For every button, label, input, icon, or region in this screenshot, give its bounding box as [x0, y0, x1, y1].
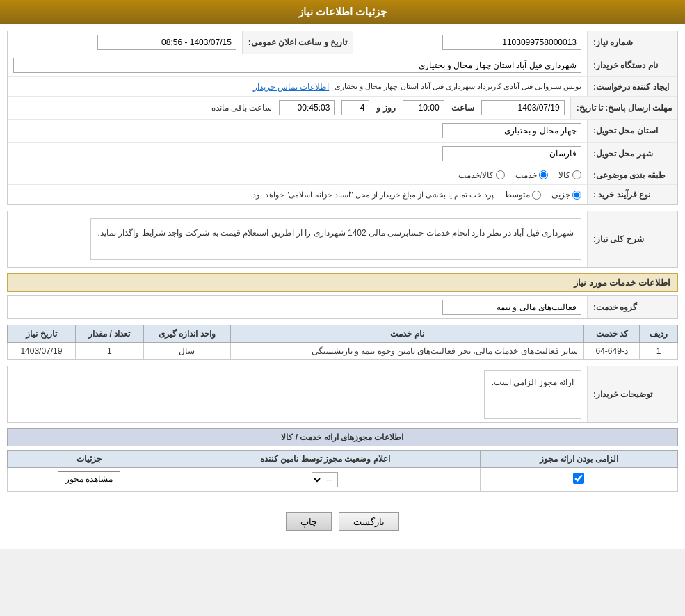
table-row: 1 د-649-64 سایر فعالیت‌های خدمات مالی، ب… — [8, 343, 678, 360]
label-mohlatPasokh: مهلت ارسال پاسخ: تا تاریخ: — [570, 97, 677, 119]
text-ijadKonande: یونس شیروانی فیل آبادی کاربرداد شهرداری … — [335, 82, 581, 91]
checkbox-elzami[interactable] — [573, 473, 584, 484]
label-namDastgah: نام دستگاه خریدار: — [587, 54, 677, 76]
th-joziat: جزئیات — [8, 451, 170, 468]
page-title: جزئیات اطلاعات نیاز — [298, 6, 387, 17]
row-tabaqe: طبقه بندی موضوعی: کالا خدمت — [8, 165, 677, 185]
label-ijadKonande: ایجاد کننده درخواست: — [587, 77, 677, 96]
value-namDastgah — [8, 54, 587, 76]
back-button[interactable]: بازگشت — [339, 512, 399, 531]
th-radif: ردیف — [640, 325, 678, 343]
value-ostanTahvil — [8, 120, 587, 142]
radio-kala: کالا — [558, 170, 581, 180]
label-shomareNiaz: شماره نیاز: — [587, 31, 677, 54]
th-vahed: واحد اندازه گیری — [143, 325, 230, 343]
row-shomareNiaz: شماره نیاز: تاریخ و ساعت اعلان عمومی: — [8, 31, 677, 54]
input-shomareNiaz[interactable] — [442, 35, 581, 50]
label-farayand: نوع فرآیند خرید : — [587, 185, 677, 204]
th-namKhedmat: نام خدمت — [230, 325, 583, 343]
value-groupKhedmat — [8, 296, 587, 318]
value-farayand: جزیی متوسط پرداخت تمام یا بخشی از مبلغ خ… — [8, 185, 587, 204]
radio-kalaKhedmat-input[interactable] — [496, 170, 505, 179]
value-tavazihat: ارائه مجوز الزامی است. — [8, 366, 587, 422]
th-kodKhedmat: کد خدمت — [583, 325, 639, 343]
button-row: بازگشت چاپ — [7, 502, 678, 542]
value-shomareNiaz — [353, 31, 587, 54]
input-tarikh-pasokh[interactable] — [481, 100, 565, 115]
td-vahed: سال — [143, 343, 230, 360]
row-tavazihat: توضیحات خریدار: ارائه مجوز الزامی است. — [7, 366, 678, 423]
value-ijadKonande: یونس شیروانی فیل آبادی کاربرداد شهرداری … — [8, 77, 587, 96]
label-groupKhedmat: گروه خدمت: — [587, 296, 677, 318]
radio-kala-input[interactable] — [572, 170, 581, 179]
input-shahrTahvil[interactable] — [442, 146, 581, 161]
td-vaziat: -- — [170, 468, 481, 492]
text-farayand-note: پرداخت تمام یا بخشی از مبلغ خریدار از مح… — [250, 191, 494, 200]
label-motevaset: متوسط — [504, 190, 530, 200]
th-tarikh: تاریخ نیاز — [8, 325, 76, 343]
td-kodKhedmat: د-649-64 — [583, 343, 639, 360]
print-button[interactable]: چاپ — [286, 512, 332, 531]
label-shahrTahvil: شهر محل تحویل: — [587, 143, 677, 165]
row-mohlatPasokh: مهلت ارسال پاسخ: تا تاریخ: ساعت روز و سا… — [8, 97, 677, 120]
row-sharhKolli: شرح کلی نیاز: شهرداری فیل آباد در نظر دا… — [7, 211, 678, 268]
input-roz[interactable] — [341, 100, 369, 115]
row-ostanTahvil: استان محل تحویل: — [8, 120, 677, 143]
main-info-section: شماره نیاز: تاریخ و ساعت اعلان عمومی: نا… — [7, 31, 678, 205]
radio-jazei-input[interactable] — [572, 191, 581, 200]
th-tedad: تعداد / مقدار — [75, 325, 143, 343]
label-kalaKhedmat: کالا/خدمت — [458, 170, 494, 180]
label-tarikhElan: تاریخ و ساعت اعلان عمومی: — [242, 31, 353, 54]
khedmat-table-section: ردیف کد خدمت نام خدمت واحد اندازه گیری ت… — [7, 325, 678, 360]
text-sharhKolli: شهرداری فیل آباد در نظر دارد انجام خدمات… — [90, 218, 581, 260]
value-mohlatPasokh: ساعت روز و ساعت باقی مانده — [8, 97, 570, 119]
label-saat: ساعت — [451, 103, 474, 113]
license-section-title: اطلاعات مجوزهای ارائه خدمت / کالا — [7, 428, 678, 446]
label-roz: روز و — [376, 103, 395, 113]
license-section: الزامی بودن ارائه مجوز اعلام وضعیت مجوز … — [7, 450, 678, 492]
radio-jazei: جزیی — [551, 190, 581, 200]
value-shahrTahvil — [8, 143, 587, 165]
table-header-row: ردیف کد خدمت نام خدمت واحد اندازه گیری ت… — [8, 325, 678, 343]
license-header-row: الزامی بودن ارائه مجوز اعلام وضعیت مجوز … — [8, 451, 678, 468]
input-ostanTahvil[interactable] — [442, 123, 581, 138]
label-jazei: جزیی — [551, 190, 570, 200]
label-kala: کالا — [558, 170, 570, 180]
radio-kalaKhedmat: کالا/خدمت — [458, 170, 505, 180]
value-tarikhElan — [8, 31, 242, 54]
license-table: الزامی بودن ارائه مجوز اعلام وضعیت مجوز … — [7, 450, 678, 492]
radio-khedmat: خدمت — [515, 170, 548, 180]
label-khedmat: خدمت — [515, 170, 537, 180]
td-namKhedmat: سایر فعالیت‌های خدمات مالی، بجز فعالیت‌ه… — [230, 343, 583, 360]
label-ostanTahvil: استان محل تحویل: — [587, 120, 677, 142]
label-sharhKolli: شرح کلی نیاز: — [587, 211, 677, 267]
button-moshahede[interactable]: مشاهده مجوز — [58, 471, 120, 487]
radio-khedmat-input[interactable] — [539, 170, 548, 179]
radio-group-tabaqe: کالا خدمت کالا/خدمت — [458, 170, 581, 180]
value-sharhKolli: شهرداری فیل آباد در نظر دارد انجام خدمات… — [8, 211, 587, 267]
input-namDastgah[interactable] — [13, 58, 581, 73]
input-tarikhElan[interactable] — [97, 35, 236, 50]
input-saatBaqi[interactable] — [279, 100, 335, 115]
label-tabaqe: طبقه بندی موضوعی: — [587, 165, 677, 184]
td-tedad: 1 — [75, 343, 143, 360]
input-groupKhedmat[interactable] — [442, 300, 581, 315]
text-tavazihat: ارائه مجوز الزامی است. — [484, 370, 581, 419]
value-tabaqe: کالا خدمت کالا/خدمت — [8, 165, 587, 184]
page-header: جزئیات اطلاعات نیاز — [0, 0, 685, 24]
row-ijadKonande: ایجاد کننده درخواست: یونس شیروانی فیل آب… — [8, 77, 677, 97]
td-tarikh: 1403/07/19 — [8, 343, 76, 360]
content-area: شماره نیاز: تاریخ و ساعت اعلان عمومی: نا… — [0, 24, 685, 549]
row-farayand: نوع فرآیند خرید : جزیی متوسط پرداخت تمام… — [8, 185, 677, 204]
radio-motevaset: متوسط — [504, 190, 541, 200]
link-ettelaatTamas[interactable]: اطلاعات تماس خریدار — [253, 82, 330, 92]
license-row: -- مشاهده مجوز — [8, 468, 678, 492]
input-saat[interactable] — [403, 100, 444, 115]
radio-motevaset-input[interactable] — [532, 191, 541, 200]
radio-group-farayand: جزیی متوسط — [504, 190, 581, 200]
label-saatBaqi: ساعت باقی مانده — [211, 103, 273, 113]
select-vaziat[interactable]: -- — [312, 472, 338, 487]
th-elzami: الزامی بودن ارائه مجوز — [480, 451, 677, 468]
page-container: جزئیات اطلاعات نیاز شماره نیاز: تاریخ و … — [0, 0, 685, 549]
label-tavazihat: توضیحات خریدار: — [587, 366, 677, 422]
